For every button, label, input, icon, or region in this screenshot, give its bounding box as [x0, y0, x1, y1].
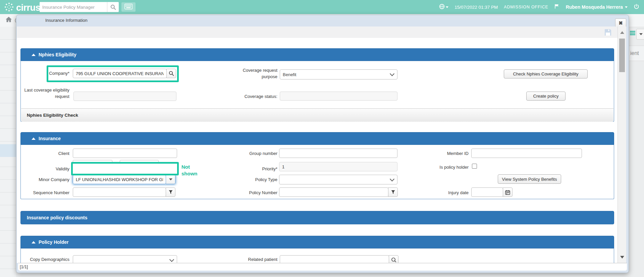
dropdown-arrow-icon [639, 33, 643, 35]
filter-icon [168, 190, 173, 195]
sequence-number-label: Sequence Number [19, 190, 69, 196]
section-body-insurance: Client Group number Member ID Validity P… [20, 145, 614, 199]
coverage-status-label: Coverage status: [218, 94, 277, 100]
section-body-policy-holder: Copy Demographics Related patient [20, 248, 614, 263]
validity-label: Validity [27, 166, 69, 172]
magnifier-icon [391, 257, 396, 263]
group-number-label: Group number [218, 151, 277, 157]
flag-icon[interactable] [554, 4, 560, 10]
section-header-insurance[interactable]: Insurance [20, 132, 614, 145]
minor-company-input[interactable] [73, 175, 166, 184]
member-id-input[interactable] [471, 149, 582, 158]
background-selected-row [0, 144, 16, 157]
copy-demographics-label: Copy Demographics [27, 257, 69, 263]
related-patient-search-button[interactable] [389, 255, 398, 263]
injury-date-label: Injury date [416, 190, 469, 196]
calendar-icon [505, 190, 510, 195]
collapse-icon [32, 54, 36, 56]
chevron-down-icon [169, 257, 174, 262]
injury-date-input[interactable] [471, 187, 503, 197]
user-menu[interactable]: Ruben Mosqueda Herrera [566, 4, 628, 10]
scroll-up-arrow[interactable] [620, 31, 624, 34]
priority-input [279, 162, 397, 171]
dialog-footer: [1/1] [18, 263, 627, 271]
background-list-icon [630, 31, 635, 36]
is-policy-holder-label: Is policy holder [416, 164, 469, 171]
coverage-purpose-value: Benefit [283, 72, 296, 77]
member-id-label: Member ID [416, 151, 469, 157]
current-office: ADMISSION OFFICE [504, 5, 548, 9]
search-icon[interactable] [107, 2, 119, 12]
check-bar-title: Nphies Eligibility Check [27, 113, 78, 118]
scroll-down-arrow[interactable] [620, 256, 624, 259]
last-coverage-request-label: Last coverage eligibility request [19, 87, 69, 100]
is-policy-holder-checkbox[interactable] [472, 164, 477, 169]
section-title: Insurance policy discounts [27, 215, 88, 220]
check-nphies-eligibility-button[interactable]: Check Nphies Coverage Eligibility [504, 69, 588, 78]
policy-type-select[interactable] [279, 175, 397, 184]
language-globe-button[interactable] [439, 4, 448, 11]
collapse-icon [32, 137, 36, 140]
sequence-number-filter-button[interactable] [166, 187, 175, 197]
home-icon[interactable] [5, 16, 12, 23]
group-number-input[interactable] [279, 149, 397, 158]
coverage-purpose-label: Coverage request purpose [237, 67, 277, 80]
globe-caret-icon [446, 6, 448, 8]
topbar-right-cluster: 15/07/2022 01:37 PM ADMISSION OFFICE Rub… [439, 0, 639, 14]
cirrus-logo[interactable]: cirrus [4, 2, 40, 13]
injury-date-calendar-button[interactable] [503, 187, 513, 197]
sequence-number-input[interactable] [73, 187, 166, 197]
nphies-eligibility-check-bar[interactable]: Nphies Eligibility Check [21, 108, 613, 122]
create-policy-button[interactable]: Create policy [526, 92, 566, 101]
dialog-toolbar [17, 26, 618, 38]
user-name: Ruben Mosqueda Herrera [566, 4, 623, 10]
background-dropdown-button[interactable] [636, 29, 644, 40]
logout-power-button[interactable] [634, 4, 639, 11]
section-header-insurance-policy-discounts[interactable]: Insurance policy discounts [20, 211, 614, 224]
section-header-nphies-eligibility[interactable]: Nphies Eligibility [20, 48, 614, 61]
policy-number-filter-button[interactable] [388, 187, 398, 197]
policy-number-label: Policy Number [218, 190, 277, 196]
policy-number-input[interactable] [279, 187, 388, 197]
section-header-policy-holder[interactable]: Policy Holder [20, 236, 614, 248]
annotation-not-shown: Not shown [181, 164, 203, 177]
chevron-down-icon [390, 176, 394, 181]
save-button-disabled[interactable] [602, 27, 613, 37]
app-root: cirrus 15/07/2022 01:37 PM ADMISSION OFF… [0, 0, 644, 277]
section-title: Policy Holder [39, 239, 68, 245]
coverage-status-input [280, 92, 397, 101]
background-clipped-cell: ient [628, 46, 644, 61]
last-coverage-request-input [73, 92, 176, 101]
section-body-nphies: Company* Coverage request purpose Benefi… [20, 61, 614, 122]
priority-label: Priority* [218, 166, 277, 172]
global-search-input[interactable] [40, 3, 107, 11]
related-patient-label: Related patient [218, 257, 277, 263]
copy-demographics-select[interactable] [73, 255, 177, 263]
user-caret-icon [625, 6, 628, 8]
dialog-scrollbar[interactable] [618, 26, 626, 263]
global-search [40, 2, 119, 12]
collapse-icon [32, 241, 36, 243]
virtual-keyboard-button[interactable] [121, 2, 136, 12]
section-title: Nphies Eligibility [39, 52, 76, 57]
pager-text: [1/1] [20, 265, 28, 269]
view-system-policy-benefits-button[interactable]: View System Policy Benefits [498, 174, 561, 184]
highlight-box-validity [71, 162, 179, 175]
client-label: Client [27, 151, 69, 157]
minor-company-dropdown-button[interactable] [166, 175, 175, 184]
policy-type-label: Policy Type [218, 177, 277, 183]
filter-icon [391, 190, 395, 195]
minor-company-combo [73, 175, 175, 184]
scrollbar-thumb[interactable] [619, 39, 625, 72]
current-datetime: 15/07/2022 01:37 PM [454, 5, 498, 10]
minor-company-label: Minor Company [27, 177, 69, 183]
coverage-purpose-select[interactable]: Benefit [280, 69, 397, 79]
top-navbar: cirrus 15/07/2022 01:37 PM ADMISSION OFF… [0, 0, 644, 14]
client-input[interactable] [73, 149, 177, 158]
globe-icon [439, 4, 445, 11]
related-patient-input[interactable] [280, 255, 389, 263]
insurance-information-dialog: Insurance Information ✖ Nphies Eligibili… [16, 15, 629, 273]
cirrus-logo-text: cirrus [16, 3, 40, 13]
clipped-cell-text: ient [630, 50, 639, 56]
dropdown-arrow-icon [169, 178, 172, 180]
